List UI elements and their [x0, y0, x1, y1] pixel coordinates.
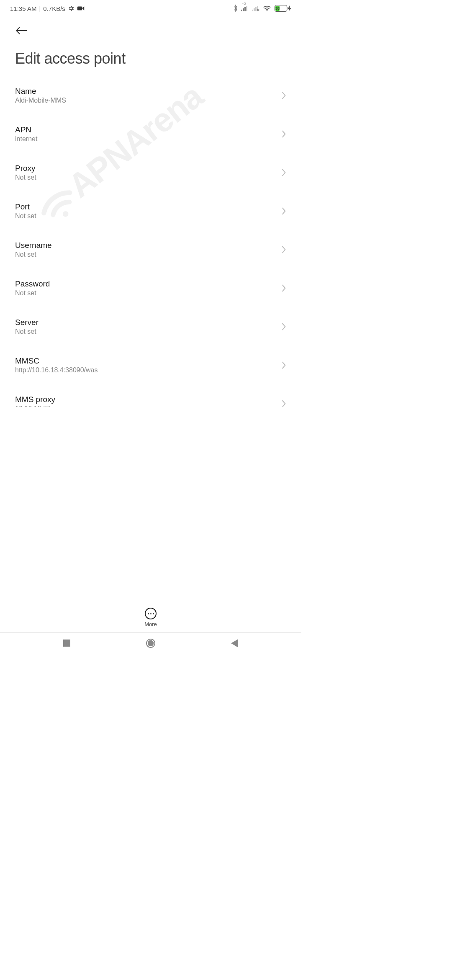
- svg-rect-7: [255, 7, 257, 11]
- dot-icon: [153, 613, 154, 614]
- row-value: Not set: [15, 328, 275, 335]
- row-label: Proxy: [15, 164, 275, 173]
- row-value: http://10.16.18.4:38090/was: [15, 366, 275, 374]
- dot-icon: [150, 613, 152, 614]
- apn-row[interactable]: APN internet: [15, 114, 286, 153]
- proxy-row[interactable]: Proxy Not set: [15, 153, 286, 191]
- row-label: Name: [15, 87, 275, 96]
- camera-icon: [77, 5, 85, 11]
- svg-point-9: [267, 10, 268, 12]
- bluetooth-icon: [233, 5, 238, 12]
- battery-level: 38: [275, 6, 280, 11]
- settings-list[interactable]: Name Aldi-Mobile-MMS APN internet Proxy …: [0, 76, 301, 407]
- svg-rect-5: [252, 10, 253, 11]
- chevron-right-icon: [281, 245, 286, 254]
- chevron-right-icon: [281, 130, 286, 138]
- chevron-right-icon: [281, 207, 286, 215]
- mms-proxy-row[interactable]: MMS proxy 10.16.18.77: [15, 384, 286, 407]
- home-button[interactable]: [143, 635, 159, 651]
- mmsc-row[interactable]: MMSC http://10.16.18.4:38090/was: [15, 346, 286, 384]
- square-icon: [63, 640, 70, 647]
- row-label: Password: [15, 279, 275, 289]
- svg-rect-1: [241, 10, 242, 11]
- port-row[interactable]: Port Not set: [15, 191, 286, 230]
- page-title: Edit access point: [0, 38, 301, 76]
- status-sep: |: [39, 5, 41, 12]
- svg-rect-0: [77, 7, 82, 10]
- status-right: 4G 38: [233, 5, 291, 12]
- status-bar: 11:35 AM | 0.7KB/s 4G 38: [0, 0, 301, 17]
- chevron-right-icon: [281, 322, 286, 331]
- row-value: 10.16.18.77: [15, 405, 275, 407]
- row-value: internet: [15, 135, 275, 143]
- more-label: More: [144, 621, 157, 627]
- battery-icon: 38: [275, 5, 291, 12]
- row-label: Server: [15, 318, 275, 327]
- navigation-bar: [0, 632, 301, 653]
- chevron-right-icon: [281, 361, 286, 369]
- row-value: Not set: [15, 174, 275, 181]
- wifi-icon: [263, 5, 271, 12]
- signal-2-icon: [252, 5, 259, 11]
- gear-icon: [68, 5, 74, 12]
- chevron-right-icon: [281, 400, 286, 407]
- username-row[interactable]: Username Not set: [15, 230, 286, 268]
- apn-name-row[interactable]: Name Aldi-Mobile-MMS: [15, 76, 286, 114]
- row-label: Username: [15, 241, 275, 250]
- status-time: 11:35 AM: [10, 5, 36, 12]
- dot-icon: [148, 613, 149, 614]
- row-value: Not set: [15, 289, 275, 297]
- chevron-right-icon: [281, 284, 286, 292]
- server-row[interactable]: Server Not set: [15, 307, 286, 346]
- status-speed: 0.7KB/s: [43, 5, 65, 12]
- password-row[interactable]: Password Not set: [15, 268, 286, 307]
- svg-rect-2: [243, 8, 244, 11]
- status-left: 11:35 AM | 0.7KB/s: [10, 5, 85, 12]
- row-value: Not set: [15, 251, 275, 258]
- row-label: APN: [15, 125, 275, 134]
- row-value: Aldi-Mobile-MMS: [15, 97, 275, 104]
- back-button[interactable]: [13, 24, 29, 38]
- svg-rect-4: [246, 6, 247, 11]
- more-button[interactable]: [145, 608, 157, 619]
- row-label: MMS proxy: [15, 395, 275, 404]
- recents-button[interactable]: [60, 636, 74, 650]
- back-nav-button[interactable]: [228, 636, 241, 651]
- bottom-action-bar: More: [0, 608, 301, 627]
- svg-rect-6: [254, 8, 255, 11]
- row-label: MMSC: [15, 356, 275, 366]
- row-label: Port: [15, 202, 275, 211]
- signal-1-icon: 4G: [241, 5, 249, 11]
- chevron-right-icon: [281, 168, 286, 177]
- row-value: Not set: [15, 212, 275, 220]
- svg-rect-3: [244, 7, 246, 11]
- chevron-right-icon: [281, 91, 286, 100]
- app-bar: [0, 17, 301, 38]
- circle-icon: [146, 639, 155, 648]
- arrow-left-icon: [15, 26, 28, 35]
- triangle-left-icon: [231, 639, 238, 647]
